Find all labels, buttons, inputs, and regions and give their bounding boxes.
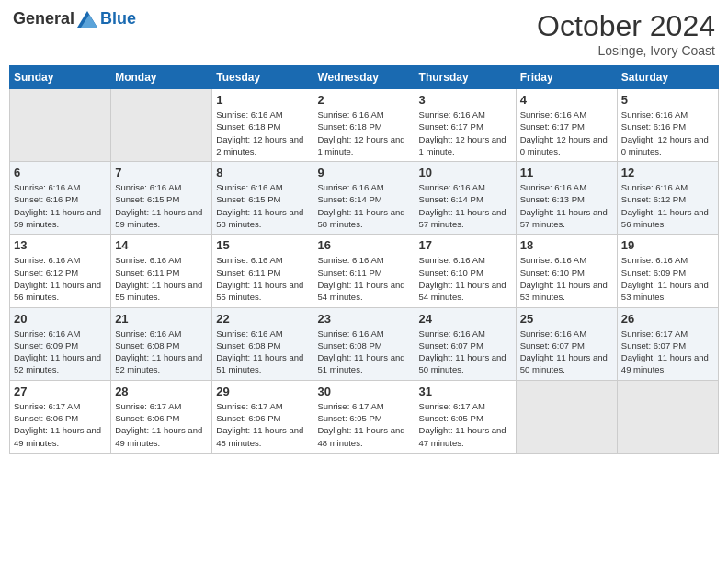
day-info: Sunrise: 6:16 AM Sunset: 6:18 PM Dayligh… [216,109,309,157]
table-row: 25Sunrise: 6:16 AM Sunset: 6:07 PM Dayli… [516,307,617,380]
day-info: Sunrise: 6:16 AM Sunset: 6:15 PM Dayligh… [115,181,208,230]
table-row: 6Sunrise: 6:16 AM Sunset: 6:16 PM Daylig… [10,162,111,235]
day-info: Sunrise: 6:16 AM Sunset: 6:08 PM Dayligh… [216,327,309,376]
day-info: Sunrise: 6:17 AM Sunset: 6:06 PM Dayligh… [115,400,208,449]
day-info: Sunrise: 6:17 AM Sunset: 6:06 PM Dayligh… [216,400,309,449]
location: Losinge, Ivory Coast [537,43,715,58]
table-row: 18Sunrise: 6:16 AM Sunset: 6:10 PM Dayli… [516,235,617,307]
day-number: 30 [317,385,410,398]
day-info: Sunrise: 6:16 AM Sunset: 6:16 PM Dayligh… [621,109,714,157]
col-monday: Monday [111,66,212,89]
day-info: Sunrise: 6:16 AM Sunset: 6:11 PM Dayligh… [317,254,410,303]
col-friday: Friday [516,66,617,89]
table-row: 27Sunrise: 6:17 AM Sunset: 6:06 PM Dayli… [10,380,111,453]
day-info: Sunrise: 6:16 AM Sunset: 6:10 PM Dayligh… [520,254,613,303]
day-number: 29 [216,385,309,398]
day-number: 9 [317,166,410,179]
day-info: Sunrise: 6:16 AM Sunset: 6:09 PM Dayligh… [14,327,107,376]
day-number: 7 [115,166,208,179]
day-info: Sunrise: 6:16 AM Sunset: 6:08 PM Dayligh… [115,327,208,376]
table-row: 22Sunrise: 6:16 AM Sunset: 6:08 PM Dayli… [212,307,313,380]
day-number: 1 [216,93,309,107]
day-info: Sunrise: 6:16 AM Sunset: 6:12 PM Dayligh… [14,254,107,303]
col-sunday: Sunday [10,66,111,89]
table-row: 28Sunrise: 6:17 AM Sunset: 6:06 PM Dayli… [111,380,212,453]
day-number: 12 [621,166,714,179]
table-row: 17Sunrise: 6:16 AM Sunset: 6:10 PM Dayli… [415,235,516,307]
table-row [617,380,718,453]
day-info: Sunrise: 6:16 AM Sunset: 6:11 PM Dayligh… [216,254,309,303]
day-number: 24 [419,312,512,326]
day-number: 16 [317,238,410,252]
title-block: October 2024 Losinge, Ivory Coast [537,9,715,58]
day-number: 31 [419,385,512,398]
table-row [111,89,212,162]
day-info: Sunrise: 6:16 AM Sunset: 6:17 PM Dayligh… [419,109,512,157]
day-number: 18 [520,238,613,252]
table-row: 11Sunrise: 6:16 AM Sunset: 6:13 PM Dayli… [516,162,617,235]
day-info: Sunrise: 6:17 AM Sunset: 6:07 PM Dayligh… [621,327,714,376]
day-number: 19 [621,238,714,252]
day-number: 17 [419,238,512,252]
table-row: 15Sunrise: 6:16 AM Sunset: 6:11 PM Dayli… [212,235,313,307]
day-number: 21 [115,312,208,326]
day-info: Sunrise: 6:16 AM Sunset: 6:13 PM Dayligh… [520,181,613,230]
table-row: 16Sunrise: 6:16 AM Sunset: 6:11 PM Dayli… [313,235,415,307]
day-number: 14 [115,238,208,252]
day-number: 3 [419,93,512,107]
table-row: 26Sunrise: 6:17 AM Sunset: 6:07 PM Dayli… [617,307,718,380]
day-number: 2 [317,93,410,107]
day-number: 28 [115,385,208,398]
day-number: 20 [14,312,107,326]
table-row: 8Sunrise: 6:16 AM Sunset: 6:15 PM Daylig… [212,162,313,235]
day-info: Sunrise: 6:16 AM Sunset: 6:07 PM Dayligh… [419,327,512,376]
calendar-table: Sunday Monday Tuesday Wednesday Thursday… [9,65,719,454]
table-row: 31Sunrise: 6:17 AM Sunset: 6:05 PM Dayli… [415,380,516,453]
table-row: 9Sunrise: 6:16 AM Sunset: 6:14 PM Daylig… [313,162,415,235]
day-number: 8 [216,166,309,179]
table-row: 14Sunrise: 6:16 AM Sunset: 6:11 PM Dayli… [111,235,212,307]
day-number: 13 [14,238,107,252]
table-row [10,89,111,162]
table-row: 3Sunrise: 6:16 AM Sunset: 6:17 PM Daylig… [415,89,516,162]
col-wednesday: Wednesday [313,66,415,89]
col-tuesday: Tuesday [212,66,313,89]
day-info: Sunrise: 6:16 AM Sunset: 6:15 PM Dayligh… [216,181,309,230]
table-row: 1Sunrise: 6:16 AM Sunset: 6:18 PM Daylig… [212,89,313,162]
day-number: 5 [621,93,714,107]
day-number: 11 [520,166,613,179]
day-info: Sunrise: 6:16 AM Sunset: 6:12 PM Dayligh… [621,181,714,230]
week-row-5: 27Sunrise: 6:17 AM Sunset: 6:06 PM Dayli… [10,380,719,453]
day-info: Sunrise: 6:16 AM Sunset: 6:17 PM Dayligh… [520,109,613,157]
day-info: Sunrise: 6:16 AM Sunset: 6:11 PM Dayligh… [115,254,208,303]
table-row: 20Sunrise: 6:16 AM Sunset: 6:09 PM Dayli… [10,307,111,380]
calendar-header-row: Sunday Monday Tuesday Wednesday Thursday… [10,66,719,89]
table-row: 13Sunrise: 6:16 AM Sunset: 6:12 PM Dayli… [10,235,111,307]
day-info: Sunrise: 6:16 AM Sunset: 6:16 PM Dayligh… [14,181,107,230]
day-info: Sunrise: 6:17 AM Sunset: 6:05 PM Dayligh… [317,400,410,449]
week-row-3: 13Sunrise: 6:16 AM Sunset: 6:12 PM Dayli… [10,235,719,307]
logo-icon [77,11,97,28]
week-row-4: 20Sunrise: 6:16 AM Sunset: 6:09 PM Dayli… [10,307,719,380]
day-info: Sunrise: 6:17 AM Sunset: 6:05 PM Dayligh… [419,400,512,449]
week-row-2: 6Sunrise: 6:16 AM Sunset: 6:16 PM Daylig… [10,162,719,235]
day-info: Sunrise: 6:17 AM Sunset: 6:06 PM Dayligh… [14,400,107,449]
table-row: 2Sunrise: 6:16 AM Sunset: 6:18 PM Daylig… [313,89,415,162]
day-info: Sunrise: 6:16 AM Sunset: 6:07 PM Dayligh… [520,327,613,376]
table-row: 29Sunrise: 6:17 AM Sunset: 6:06 PM Dayli… [212,380,313,453]
month-year: October 2024 [537,9,715,43]
table-row: 30Sunrise: 6:17 AM Sunset: 6:05 PM Dayli… [313,380,415,453]
day-number: 23 [317,312,410,326]
table-row [516,380,617,453]
table-row: 21Sunrise: 6:16 AM Sunset: 6:08 PM Dayli… [111,307,212,380]
week-row-1: 1Sunrise: 6:16 AM Sunset: 6:18 PM Daylig… [10,89,719,162]
logo-blue: Blue [100,9,136,29]
table-row: 19Sunrise: 6:16 AM Sunset: 6:09 PM Dayli… [617,235,718,307]
table-row: 23Sunrise: 6:16 AM Sunset: 6:08 PM Dayli… [313,307,415,380]
logo: General Blue [13,9,136,29]
day-info: Sunrise: 6:16 AM Sunset: 6:09 PM Dayligh… [621,254,714,303]
day-number: 27 [14,385,107,398]
day-info: Sunrise: 6:16 AM Sunset: 6:08 PM Dayligh… [317,327,410,376]
day-info: Sunrise: 6:16 AM Sunset: 6:14 PM Dayligh… [419,181,512,230]
table-row: 4Sunrise: 6:16 AM Sunset: 6:17 PM Daylig… [516,89,617,162]
